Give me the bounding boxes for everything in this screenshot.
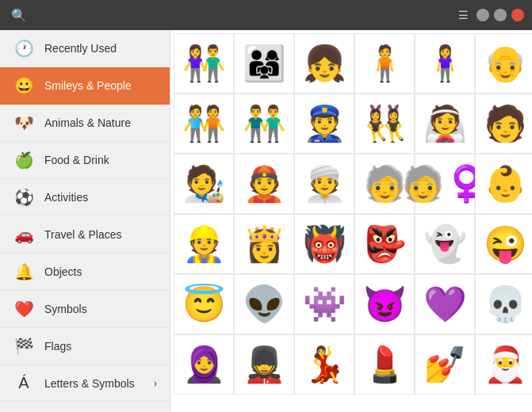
sidebar-icon-food-drink: 🍏 <box>13 151 35 170</box>
emoji-cell[interactable]: 👷 <box>174 214 234 274</box>
emoji-cell[interactable]: 💂 <box>234 334 294 395</box>
menu-button[interactable]: ☰ <box>455 6 472 25</box>
sidebar-label-letters-symbols: Letters & Symbols <box>44 377 135 390</box>
emoji-cell[interactable]: 🧍‍♀️ <box>415 33 475 93</box>
sidebar: 🕐Recently Used😀Smileys & People🐶Animals … <box>0 30 170 412</box>
emoji-cell[interactable]: 💄 <box>354 334 415 395</box>
sidebar-item-symbols[interactable]: ❤️Symbols <box>0 291 170 328</box>
main-content: 🕐Recently Used😀Smileys & People🐶Animals … <box>0 30 532 412</box>
emoji-cell[interactable]: 😇 <box>174 274 234 334</box>
sidebar-item-letters-symbols[interactable]: ÁLetters & Symbols› <box>0 365 170 402</box>
emoji-cell[interactable]: 👨‍👩‍👧 <box>234 33 294 93</box>
emoji-cell[interactable]: 😈 <box>354 274 415 334</box>
titlebar-controls: ☰ <box>455 6 524 25</box>
sidebar-icon-letters-symbols: Á <box>13 374 35 392</box>
sidebar-label-smileys-people: Smileys & People <box>44 79 132 92</box>
arrow-icon: › <box>154 378 157 389</box>
emoji-cell[interactable]: 💀 <box>475 274 532 334</box>
emoji-cell[interactable]: 👹 <box>294 214 354 274</box>
emoji-cell[interactable]: 💅 <box>415 334 475 395</box>
emoji-cell[interactable]: 🧑 <box>475 93 532 154</box>
emoji-cell[interactable]: 🧓‍♀️ <box>415 154 475 214</box>
sidebar-icon-travel-places: 🚗 <box>13 225 35 244</box>
emoji-cell[interactable]: 👮 <box>294 93 354 154</box>
sidebar-label-food-drink: Food & Drink <box>44 154 109 166</box>
sidebar-item-animals-nature[interactable]: 🐶Animals & Nature <box>0 105 170 142</box>
sidebar-item-recently-used[interactable]: 🕐Recently Used <box>0 30 170 67</box>
emoji-grid: 👫👨‍👩‍👧👧🧍🧍‍♀️👴🧑‍🤝‍🧑👬👮👯‍♀️👰🧑🧑‍🎨👲👳🧓🧓‍♀️👶👷👸👹… <box>174 33 529 395</box>
emoji-cell[interactable]: 👶 <box>475 154 532 214</box>
sidebar-icon-activities: ⚽ <box>13 188 35 207</box>
emoji-grid-container[interactable]: 👫👨‍👩‍👧👧🧍🧍‍♀️👴🧑‍🤝‍🧑👬👮👯‍♀️👰🧑🧑‍🎨👲👳🧓🧓‍♀️👶👷👸👹… <box>170 30 532 412</box>
sidebar-item-objects[interactable]: 🔔Objects <box>0 254 170 291</box>
sidebar-icon-symbols: ❤️ <box>13 299 35 319</box>
sidebar-icon-animals-nature: 🐶 <box>13 113 35 132</box>
emoji-cell[interactable]: 👻 <box>415 214 475 274</box>
emoji-cell[interactable]: 👫 <box>174 33 234 93</box>
emoji-cell[interactable]: 👸 <box>234 214 294 274</box>
emoji-cell[interactable]: 🎅 <box>475 334 532 395</box>
sidebar-label-symbols: Symbols <box>44 303 87 315</box>
sidebar-item-travel-places[interactable]: 🚗Travel & Places <box>0 216 170 254</box>
emoji-cell[interactable]: 👺 <box>354 214 415 274</box>
emoji-cell[interactable]: 👧 <box>294 33 354 93</box>
emoji-cell[interactable]: 💜 <box>415 274 475 334</box>
sidebar-label-animals-nature: Animals & Nature <box>44 116 131 129</box>
search-button[interactable]: 🔍 <box>8 5 30 26</box>
sidebar-icon-smileys-people: 😀 <box>13 76 35 95</box>
sidebar-label-flags: Flags <box>44 340 71 353</box>
sidebar-label-activities: Activities <box>44 191 88 204</box>
sidebar-icon-flags: 🏁 <box>13 337 35 356</box>
sidebar-icon-objects: 🔔 <box>13 262 35 281</box>
sidebar-label-recently-used: Recently Used <box>44 42 117 55</box>
titlebar-left: 🔍 <box>8 5 30 26</box>
emoji-cell[interactable]: 💃 <box>294 334 354 395</box>
emoji-cell[interactable]: 👴 <box>475 33 532 93</box>
sidebar-item-food-drink[interactable]: 🍏Food & Drink <box>0 142 170 179</box>
sidebar-item-smileys-people[interactable]: 😀Smileys & People <box>0 67 170 105</box>
emoji-cell[interactable]: 👾 <box>294 274 354 334</box>
sidebar-item-flags[interactable]: 🏁Flags <box>0 328 170 365</box>
emoji-cell[interactable]: 👳 <box>294 154 354 214</box>
sidebar-label-travel-places: Travel & Places <box>44 228 122 241</box>
emoji-cell[interactable]: 👯‍♀️ <box>354 93 415 154</box>
titlebar: 🔍 ☰ <box>0 0 532 30</box>
sidebar-icon-recently-used: 🕐 <box>13 39 35 58</box>
sidebar-item-activities[interactable]: ⚽Activities <box>0 179 170 216</box>
emoji-cell[interactable]: 🧕 <box>174 334 234 395</box>
maximize-button[interactable] <box>494 9 507 21</box>
emoji-cell[interactable]: 🧍 <box>354 33 415 93</box>
emoji-cell[interactable]: 👽 <box>234 274 294 334</box>
emoji-cell[interactable]: 😜 <box>475 214 532 274</box>
emoji-cell[interactable]: 🧑‍🤝‍🧑 <box>174 93 234 154</box>
emoji-cell[interactable]: 👬 <box>234 93 294 154</box>
close-button[interactable] <box>511 9 524 21</box>
sidebar-label-objects: Objects <box>44 265 82 278</box>
emoji-cell[interactable]: 👰 <box>415 93 475 154</box>
minimize-button[interactable] <box>477 9 489 21</box>
emoji-cell[interactable]: 👲 <box>234 154 294 214</box>
emoji-cell[interactable]: 🧑‍🎨 <box>174 154 234 214</box>
